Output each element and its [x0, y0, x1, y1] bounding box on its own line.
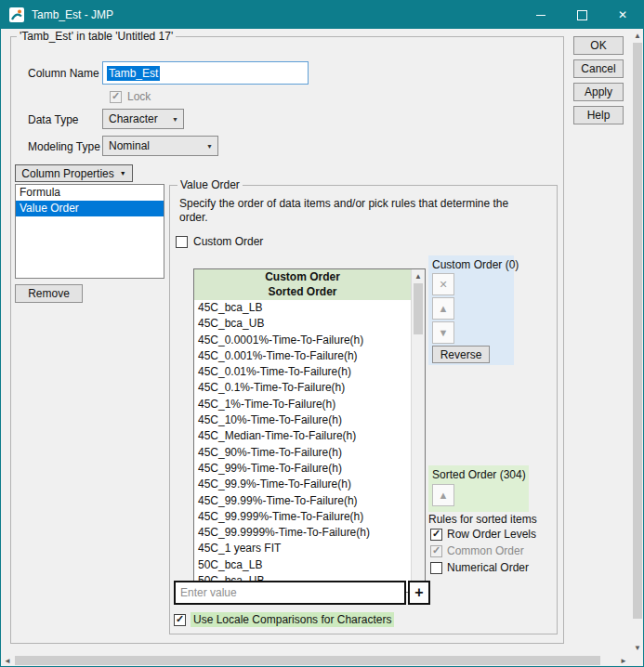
remove-item-button: ✕: [432, 273, 454, 295]
rule-numerical-order: Numerical Order: [430, 559, 536, 576]
rule-label: Row Order Levels: [447, 528, 536, 541]
add-value-button[interactable]: +: [408, 581, 430, 605]
value-list-item[interactable]: 45C_99.99%-Time-To-Failure(h): [194, 493, 411, 509]
locale-checkbox[interactable]: [174, 614, 186, 626]
rules-title: Rules for sorted items: [428, 513, 537, 526]
value-list-header: Custom Order Sorted Order: [194, 269, 411, 300]
rule-label: Numerical Order: [447, 561, 529, 574]
move-up-button: ▲: [432, 297, 454, 320]
rule-common-order: Common Order: [430, 543, 536, 559]
help-button[interactable]: Help: [573, 106, 624, 124]
arrow-up-icon: ▲: [439, 490, 449, 501]
column-properties-label: Column Properties: [21, 167, 113, 180]
value-order-list: Custom Order Sorted Order 45C_bca_LB45C_…: [193, 268, 426, 593]
property-item-value-order[interactable]: Value Order: [16, 201, 164, 216]
value-list-item[interactable]: 45C_1%-Time-To-Failure(h): [194, 397, 411, 412]
plus-icon: +: [414, 584, 423, 601]
scrollbar-thumb[interactable]: [15, 656, 600, 665]
column-properties-button[interactable]: Column Properties ▼: [15, 164, 133, 182]
data-type-value: Character: [109, 112, 158, 125]
value-order-description-line1: Specify the order of data items and/or p…: [179, 197, 508, 210]
scroll-left-icon[interactable]: ◄: [1, 654, 14, 667]
checkbox-icon[interactable]: [430, 562, 442, 574]
value-order-legend: Value Order: [177, 178, 243, 191]
scroll-right-icon[interactable]: ►: [617, 654, 630, 667]
apply-button[interactable]: Apply: [573, 83, 624, 101]
scroll-down-icon[interactable]: ▼: [631, 641, 644, 654]
scroll-up-icon[interactable]: ▲: [412, 269, 425, 282]
property-item-formula[interactable]: Formula: [16, 185, 164, 201]
maximize-button[interactable]: [561, 1, 602, 29]
arrow-down-icon: ▼: [439, 327, 449, 338]
vertical-scrollbar[interactable]: ▲ ▼: [631, 29, 644, 654]
minimize-icon: [536, 15, 545, 16]
horizontal-scrollbar[interactable]: ◄ ►: [1, 654, 630, 667]
value-list-item[interactable]: 45C_1 years FIT: [194, 541, 411, 556]
value-list-item[interactable]: 45C_99.9%-Time-To-Failure(h): [194, 477, 411, 492]
remove-button[interactable]: Remove: [15, 284, 83, 303]
value-order-groupbox: Value Order Specify the order of data it…: [169, 185, 558, 634]
value-list-item[interactable]: 45C_99.9999%-Time-To-Failure(h): [194, 525, 411, 541]
enter-value-input[interactable]: [174, 581, 406, 605]
minimize-button[interactable]: [520, 1, 561, 29]
value-list-item[interactable]: 45C_0.01%-Time-To-Failure(h): [194, 364, 411, 380]
rule-row-order-levels: Row Order Levels: [430, 526, 536, 543]
sorted-order-count-label: Sorted Order (304): [432, 468, 526, 481]
value-list-header-custom: Custom Order: [194, 269, 411, 284]
checkbox-icon[interactable]: [430, 529, 442, 541]
cancel-button[interactable]: Cancel: [573, 59, 624, 78]
locale-row: Use Locale Comparisons for Characters: [174, 612, 394, 627]
value-list-item[interactable]: 45C_10%-Time-To-Failure(h): [194, 412, 411, 428]
scrollbar-thumb[interactable]: [414, 283, 423, 334]
value-list-items: 45C_bca_LB45C_bca_UB45C_0.0001%-Time-To-…: [194, 300, 411, 592]
move-down-button: ▼: [432, 321, 454, 344]
scrollbar-thumb[interactable]: [633, 43, 642, 619]
data-type-dropdown[interactable]: Character ▼: [102, 109, 184, 129]
main-group-title: 'Tamb_Est' in table 'Untitled 17': [17, 30, 176, 43]
enter-value-row: +: [174, 581, 430, 605]
chevron-down-icon: ▼: [172, 116, 178, 123]
value-list-scrollbar[interactable]: ▲ ▼: [411, 269, 425, 592]
main-groupbox: 'Tamb_Est' in table 'Untitled 17' Column…: [10, 36, 564, 644]
value-list-item[interactable]: 45C_99.999%-Time-To-Failure(h): [194, 509, 411, 525]
modeling-type-label: Modeling Type: [28, 140, 100, 153]
chevron-down-icon: ▼: [120, 170, 126, 177]
reverse-button[interactable]: Reverse: [432, 346, 490, 363]
value-list-item[interactable]: 50C_bca_LB: [194, 557, 411, 573]
modeling-type-value: Nominal: [109, 139, 150, 152]
modeling-type-dropdown[interactable]: Nominal ▼: [102, 136, 218, 156]
rules-list: Row Order LevelsCommon OrderNumerical Or…: [430, 526, 536, 576]
value-list-item[interactable]: 45C_bca_LB: [194, 300, 411, 316]
custom-order-checkbox[interactable]: [176, 236, 188, 248]
value-list-item[interactable]: 45C_0.0001%-Time-To-Failure(h): [194, 333, 411, 348]
scroll-up-icon[interactable]: ▲: [631, 29, 644, 42]
locale-checkbox-label: Use Locale Comparisons for Characters: [191, 612, 394, 627]
ok-button[interactable]: OK: [573, 36, 624, 55]
title-bar: Tamb_Est - JMP ✕: [1, 1, 643, 29]
custom-order-panel: Custom Order (0) ✕ ▲ ▼ Reverse: [428, 255, 514, 365]
column-name-input[interactable]: Tamb_Est: [102, 61, 309, 85]
arrow-up-icon: ▲: [439, 303, 449, 314]
x-icon: ✕: [439, 279, 447, 291]
sorted-move-up-button: ▲: [432, 484, 454, 506]
lock-label: Lock: [127, 90, 151, 103]
lock-checkbox: [110, 91, 122, 103]
custom-order-checkbox-label: Custom Order: [193, 235, 263, 248]
value-list-item[interactable]: 45C_90%-Time-To-Failure(h): [194, 445, 411, 461]
sorted-order-panel: Sorted Order (304) ▲: [428, 465, 529, 512]
value-list-item[interactable]: 45C_0.1%-Time-To-Failure(h): [194, 380, 411, 396]
close-button[interactable]: ✕: [602, 1, 643, 29]
custom-order-count-label: Custom Order (0): [432, 258, 519, 271]
value-list-header-sorted: Sorted Order: [194, 284, 411, 299]
window-title: Tamb_Est - JMP: [32, 8, 520, 21]
value-list-item[interactable]: 45C_Median-Time-To-Failure(h): [194, 428, 411, 444]
value-list-item[interactable]: 45C_bca_UB: [194, 316, 411, 332]
column-name-value: Tamb_Est: [107, 66, 160, 81]
value-list-item[interactable]: 45C_99%-Time-To-Failure(h): [194, 461, 411, 477]
maximize-icon: [577, 10, 587, 20]
value-list-item[interactable]: 45C_0.001%-Time-To-Failure(h): [194, 348, 411, 364]
value-order-description-line2: order.: [179, 211, 208, 224]
rule-label: Common Order: [447, 544, 524, 557]
scrollbar-corner: [631, 654, 644, 667]
checkbox-icon: [430, 545, 442, 557]
